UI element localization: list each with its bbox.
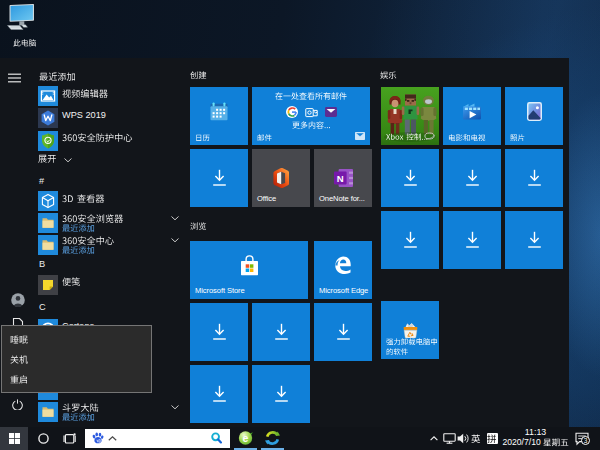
calendar-icon <box>190 87 248 135</box>
app-label <box>62 131 133 146</box>
chevron-down-icon <box>171 216 179 221</box>
desktop-screen: WPS 2019 # B C Cortana <box>0 0 600 450</box>
tile-download-9[interactable] <box>505 149 563 207</box>
wps-icon <box>38 108 58 128</box>
download-icon <box>381 211 439 269</box>
tile-download-4[interactable] <box>314 303 372 361</box>
language-indicator[interactable] <box>469 427 483 450</box>
tile-group-header <box>190 71 207 79</box>
app-list-item[interactable] <box>38 86 182 108</box>
tile-download-5[interactable] <box>190 365 248 423</box>
tile-label <box>257 134 272 142</box>
volume-icon[interactable] <box>456 427 469 450</box>
taskbar-app-360-browser[interactable]: e <box>233 427 257 448</box>
tile-download-11[interactable] <box>443 211 501 269</box>
clock-date: 2020/7/10 <box>504 438 567 447</box>
tile-download-12[interactable] <box>505 211 563 269</box>
mail-tile-heading <box>252 92 370 100</box>
tile-group-header <box>380 71 397 79</box>
tile-label-line2 <box>386 348 408 355</box>
app-list-item[interactable] <box>38 213 182 235</box>
power-button[interactable] <box>12 399 23 410</box>
folder-icon <box>38 213 58 233</box>
start-button[interactable] <box>0 427 28 450</box>
tile-label <box>448 134 486 142</box>
app-list-expand-button[interactable] <box>38 152 182 174</box>
app-label <box>62 86 108 101</box>
this-pc-icon <box>4 4 46 33</box>
app-label <box>62 275 80 290</box>
app-sublabel <box>62 413 95 421</box>
tile-download-7[interactable] <box>381 149 439 207</box>
notification-center-button[interactable]: 3 <box>571 427 593 450</box>
cortana-button[interactable] <box>36 427 51 450</box>
tile-calendar[interactable] <box>190 87 248 145</box>
tile-download-1[interactable] <box>190 149 248 207</box>
tile-download-10[interactable] <box>381 211 439 269</box>
baidu-paw-icon <box>92 432 104 444</box>
taskbar-search-box[interactable] <box>85 429 230 449</box>
tile-download-2[interactable] <box>190 303 248 361</box>
mail-icon <box>355 132 365 140</box>
taskbar-app-360-safe[interactable] <box>260 427 284 448</box>
tile-movies[interactable] <box>443 87 501 145</box>
this-pc-label <box>13 39 36 47</box>
context-menu-item-1[interactable] <box>2 349 151 369</box>
user-avatar-button[interactable] <box>11 293 25 307</box>
chevron-down-icon <box>171 238 179 243</box>
tile-download-6[interactable] <box>252 365 310 423</box>
download-icon <box>381 149 439 207</box>
expand-label <box>38 152 56 167</box>
tile-edge[interactable]: Microsoft Edge <box>314 241 372 299</box>
tile-xbox[interactable] <box>381 87 439 145</box>
tile-download-8[interactable] <box>443 149 501 207</box>
tile-photos[interactable] <box>505 87 563 145</box>
app-list-item[interactable] <box>38 402 182 424</box>
menu-hamburger-button[interactable] <box>8 73 21 83</box>
tile-onenote[interactable]: NOneNote for... <box>314 149 372 207</box>
app-list-section-header <box>39 72 76 81</box>
tile-uninstaller[interactable] <box>381 301 439 359</box>
app-sublabel <box>62 246 95 254</box>
context-menu-item-label <box>10 335 28 344</box>
download-icon <box>443 211 501 269</box>
app-list-item[interactable]: WPS 2019 <box>38 108 182 130</box>
tile-store[interactable]: Microsoft Store <box>190 241 308 299</box>
caret-up-icon[interactable] <box>108 436 117 441</box>
tile-label <box>386 133 428 141</box>
taskbar-clock[interactable]: 11:13 2020/7/10 <box>504 428 567 449</box>
desktop-icon-this-pc[interactable] <box>4 4 46 51</box>
uninstaller-icon <box>381 322 439 338</box>
avatars-logo-icon <box>424 132 435 140</box>
movies-icon <box>443 87 501 135</box>
app-list-item[interactable] <box>38 191 182 213</box>
app-list-section-header: B <box>39 259 45 269</box>
app-label <box>62 236 114 245</box>
tile-mail[interactable] <box>252 87 370 145</box>
app-label: WPS 2019 <box>62 108 106 123</box>
download-icon <box>252 303 310 361</box>
tile-label <box>386 338 438 345</box>
ime-indicator[interactable] <box>485 427 499 450</box>
store-icon <box>190 241 308 289</box>
photos-icon <box>505 87 563 135</box>
app-label <box>62 214 123 223</box>
download-icon <box>252 365 310 423</box>
folder-icon <box>38 402 58 422</box>
tile-label: Microsoft Store <box>195 286 245 295</box>
task-view-button[interactable] <box>62 427 77 450</box>
folder-icon <box>38 235 58 255</box>
tile-download-3[interactable] <box>252 303 310 361</box>
context-menu-item-0[interactable] <box>2 329 151 349</box>
app-list-item[interactable] <box>38 275 182 297</box>
mail-envelope-icon <box>325 107 337 117</box>
context-menu-item-2[interactable] <box>2 369 151 389</box>
network-icon[interactable] <box>442 427 456 450</box>
tray-chevron-up-icon[interactable] <box>427 427 441 450</box>
search-magnifier-icon[interactable] <box>211 432 222 444</box>
app-list-item[interactable] <box>38 235 182 257</box>
taskbar: e 11:13 2020/7/10 3 <box>0 427 600 450</box>
app-list-item[interactable] <box>38 131 182 153</box>
tile-office[interactable]: Office <box>252 149 310 207</box>
edge-icon <box>314 241 372 289</box>
